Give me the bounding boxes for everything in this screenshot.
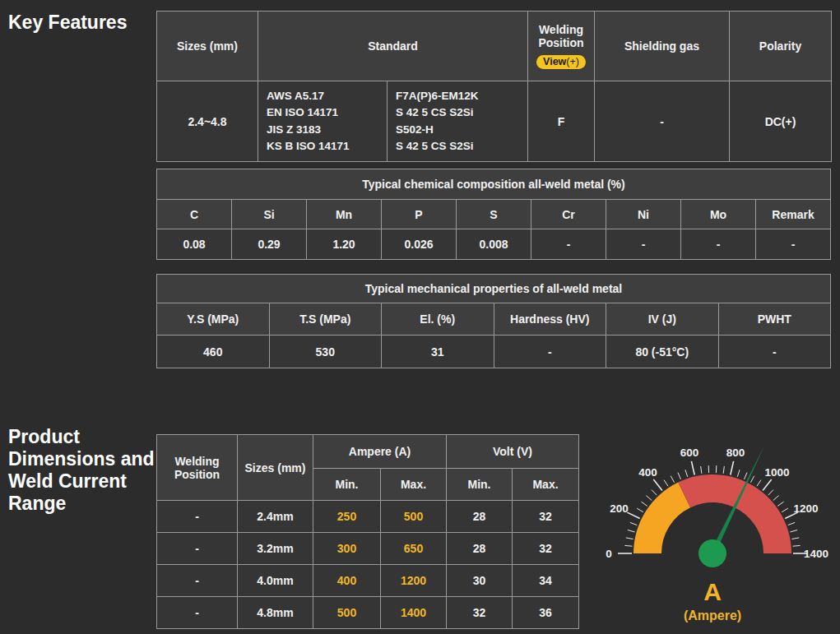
product-dimensions-heading: Product Dimensions and Weld Current Rang… xyxy=(8,426,155,516)
mech-header-hardness: Hardness (HV) xyxy=(494,303,606,336)
table-row: - 2.4mm 250 500 28 32 xyxy=(157,501,579,533)
cur-pos: - xyxy=(157,501,238,533)
chem-value-mn: 1.20 xyxy=(307,229,382,260)
mech-value-iv: 80 (-51°C) xyxy=(606,336,719,368)
cur-ampere-min: 300 xyxy=(313,533,381,565)
chem-header-mn: Mn xyxy=(307,200,382,229)
gauge-tick xyxy=(763,479,772,490)
gauge-tick xyxy=(691,461,694,475)
cur-ampere-min: 250 xyxy=(313,501,381,533)
gauge-tick xyxy=(745,473,748,479)
weld-current-range-table: Welding Position Sizes (mm) Ampere (A) V… xyxy=(156,434,579,629)
cur-header-volt-min: Min. xyxy=(447,469,513,501)
cur-volt-min: 28 xyxy=(447,501,513,533)
gauge-tick xyxy=(731,461,734,475)
gauge-tick xyxy=(664,480,668,487)
gauge-tick xyxy=(791,538,799,539)
view-positions-button[interactable]: View(+) xyxy=(536,55,586,69)
cur-header-ampere: Ampere (A) xyxy=(313,435,447,469)
chem-value-remark: - xyxy=(756,229,831,260)
cur-ampere-max: 650 xyxy=(381,533,447,565)
gauge-segment xyxy=(633,483,690,553)
cur-header-ampere-min: Min. xyxy=(313,469,381,501)
gauge-tick xyxy=(773,496,779,501)
cur-volt-max: 36 xyxy=(513,597,579,629)
gauge-hub xyxy=(698,539,726,567)
chem-header-si: Si xyxy=(232,200,307,229)
cur-size: 4.8mm xyxy=(238,597,313,629)
gauge-tick-label: 200 xyxy=(610,502,629,515)
cur-volt-min: 30 xyxy=(447,565,513,597)
gauge-tick xyxy=(627,512,639,518)
spec-table: Sizes (mm) Standard Welding Position Vie… xyxy=(156,11,832,162)
welding-position-label: Welding Position xyxy=(528,23,594,49)
cur-ampere-max: 500 xyxy=(381,501,447,533)
chem-value-cr: - xyxy=(531,229,606,260)
gauge-tick xyxy=(701,466,702,474)
gauge-tick xyxy=(790,530,797,532)
gauge-tick-label: 0 xyxy=(606,548,612,560)
gauge-tick xyxy=(641,502,647,506)
ampere-gauge: 0200400600800100012001400A(Ampere) xyxy=(581,428,840,633)
gauge-tick xyxy=(768,490,773,496)
mech-value-el: 31 xyxy=(382,336,494,368)
mech-header-iv: IV (J) xyxy=(606,303,719,336)
key-features-heading: Key Features xyxy=(8,12,152,34)
chem-header-remark: Remark xyxy=(756,200,831,229)
gauge-tick xyxy=(637,508,643,512)
gauge-tick xyxy=(685,470,688,477)
spec-shielding-gas-value: - xyxy=(595,81,730,162)
mech-header-ys: Y.S (MPa) xyxy=(157,303,270,336)
gauge-tick xyxy=(646,496,652,501)
standard-code-line: EN ISO 14171 xyxy=(267,104,378,121)
cur-ampere-max: 1200 xyxy=(381,565,447,597)
gauge-tick-label: 800 xyxy=(726,447,745,459)
standard-class-line: S 42 5 CS S2Si xyxy=(396,138,519,155)
mech-value-ys: 460 xyxy=(157,336,270,368)
gauge-tick xyxy=(653,479,662,490)
gauge-segment xyxy=(678,474,791,553)
standard-class-line: S 42 5 CS S2Si xyxy=(396,104,519,121)
table-row: - 3.2mm 300 650 28 32 xyxy=(157,533,579,565)
view-badge-text: View xyxy=(543,56,566,67)
table-row: - 4.8mm 500 1400 32 36 xyxy=(157,597,579,629)
chem-value-s: 0.008 xyxy=(457,229,531,260)
chemical-composition-table: Typical chemical composition all-weld me… xyxy=(156,169,831,260)
chem-header-cr: Cr xyxy=(531,200,606,229)
gauge-unit-sub-label: (Ampere) xyxy=(684,609,741,622)
cur-volt-min: 32 xyxy=(447,597,513,629)
spec-header-polarity: Polarity xyxy=(730,12,832,81)
gauge-tick xyxy=(678,473,681,479)
gauge-tick xyxy=(737,470,740,477)
chem-header-ni: Ni xyxy=(606,200,681,229)
mech-header-pwht: PWHT xyxy=(718,303,831,336)
cur-pos: - xyxy=(157,565,238,597)
mech-value-ts: 530 xyxy=(269,336,382,368)
spec-header-shielding-gas: Shielding gas xyxy=(595,12,730,81)
gauge-tick xyxy=(777,502,783,506)
gauge-tick xyxy=(626,538,633,539)
standard-code-line: KS B ISO 14171 xyxy=(267,138,378,155)
gauge-tick xyxy=(624,545,632,546)
standard-class-line: F7A(P)6-EM12K xyxy=(396,88,519,104)
gauge-tick xyxy=(630,522,637,525)
cur-pos: - xyxy=(157,533,238,565)
chem-value-si: 0.29 xyxy=(232,229,307,260)
cur-header-welding-position: Welding Position xyxy=(157,435,238,501)
gauge-tick-label: 1000 xyxy=(765,466,790,479)
mech-header-el: El. (%) xyxy=(382,303,494,336)
cur-header-volt: Volt (V) xyxy=(447,435,579,469)
gauge-tick-label: 400 xyxy=(638,466,657,479)
gauge-tick xyxy=(628,530,635,532)
cur-ampere-min: 500 xyxy=(313,597,381,629)
cur-ampere-min: 400 xyxy=(313,565,381,597)
cur-header-volt-max: Max. xyxy=(513,469,579,501)
standard-code-line: JIS Z 3183 xyxy=(267,122,378,138)
spec-polarity-value: DC(+) xyxy=(730,81,832,162)
chemical-table-title: Typical chemical composition all-weld me… xyxy=(157,169,831,200)
spec-header-standard: Standard xyxy=(258,12,528,81)
cur-header-sizes: Sizes (mm) xyxy=(238,435,313,501)
spec-header-sizes: Sizes (mm) xyxy=(157,12,258,81)
mechanical-table-title: Typical mechanical properties of all-wel… xyxy=(157,275,831,303)
cur-size: 3.2mm xyxy=(238,533,313,565)
